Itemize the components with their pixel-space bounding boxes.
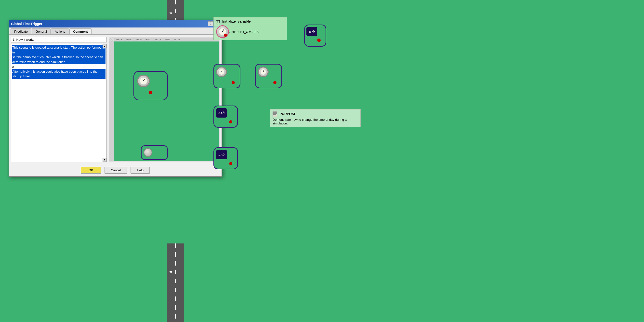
ruler-tick-5: -6775 [155,38,161,41]
ruler-tick-4: -6800 [146,38,151,41]
canvas-clock-node-mid-right[interactable] [255,64,282,88]
ruler-horizontal: -6875 -6850 -6825 -6800 -6775 -6750 -672… [114,38,219,42]
ruler-tick-6: -6750 [164,38,170,41]
clock-icon-mid-left [216,66,227,77]
comment-textarea-container: ▲ This scenario is created at scenario s… [11,44,107,162]
tab-actions[interactable]: Actions [51,28,69,34]
clock-mid-left-red-dot [232,81,235,84]
tt-init-title: TT_Initialize_variable [216,20,284,23]
tab-comment[interactable]: Comment [70,28,92,34]
purpose-title: PURPOSE: [280,112,297,116]
selected-text-4: Alternatively this action could also hav… [12,69,106,79]
ruler-tick-2: -6850 [126,38,132,41]
tt-init-action-label: Action: init_CYCLES [230,30,258,34]
help-button[interactable]: Help [130,167,150,174]
clock-face [140,77,148,85]
map-large-trigger-node[interactable] [134,71,168,100]
scroll-down-button[interactable]: ▼ [102,158,106,162]
purpose-icon [272,112,277,117]
selected-text-2: set the demo event counter which is trac… [12,55,106,60]
ok-button[interactable]: OK [81,167,101,174]
map-preview-panel: -6875 -6850 -6825 -6800 -6775 -6750 -672… [109,37,220,162]
dialog-footer: OK Cancel Help [9,164,222,176]
dialog-titlebar: Global TimeTrigger ? ✕ [9,20,222,28]
purpose-text: Demonstrate how to change the time of da… [272,118,358,125]
ab-icon-1: a>b [306,27,317,36]
map-content-area [114,42,219,161]
dialog-body: ▲ This scenario is created at scenario s… [9,35,222,164]
comment-number-input[interactable] [11,37,107,42]
tab-predicate[interactable]: Predicate [10,28,32,34]
canvas-ab-node-bottom[interactable]: a>b [214,147,238,169]
road-marking-v-bottom [175,244,176,322]
tt-init-red-dot [224,34,227,37]
ruler-vertical [110,42,114,161]
map-small-trigger-node-bottom[interactable] [141,145,168,160]
clock-icon-mid-right [258,66,269,77]
canvas-ab-node-topright[interactable]: a>b [304,24,326,47]
ab-bottom-red-dot [229,162,232,165]
road-label-bottom: F [169,271,172,273]
purpose-box: PURPOSE: Demonstrate how to change the t… [270,109,361,128]
help-button-titlebar[interactable]: ? [208,21,213,26]
tab-general[interactable]: General [32,28,50,34]
ruler-tick-1: -6875 [116,38,122,41]
tt-initialize-box: TT_Initialize_variable Action: init_CYCL… [214,17,287,40]
comment-panel: ▲ This scenario is created at scenario s… [11,37,107,162]
road-label-top: F [169,12,172,14]
ruler-tick-7: -6725 [174,38,180,41]
canvas-ab-node-mid-left[interactable]: a>b [214,106,238,128]
ab-node-red-dot-1 [317,38,321,42]
ab-icon-2: a>b [216,108,227,118]
comment-text-area[interactable]: This scenario is created at scenario sta… [11,44,106,162]
dialog-window: Global TimeTrigger ? ✕ Predicate General… [8,20,222,177]
normal-text-1: // [12,64,106,69]
clock-mid-right-red-dot [273,81,276,84]
map-clock-icon [137,74,150,87]
ruler-tick-3: -6825 [136,38,142,41]
canvas-clock-node-mid-left[interactable] [214,64,240,88]
small-clock-icon-2 [144,148,152,157]
ab-mid-left-red-dot [229,120,232,124]
tt-init-inner: Action: init_CYCLES [216,25,284,38]
selected-text-3: determine when to end the simulation. [12,60,106,64]
cancel-button[interactable]: Cancel [104,167,127,174]
map-node-red-dot [149,91,152,94]
scroll-up-button[interactable]: ▲ [102,44,106,48]
selected-text-1: This scenario is created at scenario sta… [12,45,106,55]
cursor-line [12,79,106,84]
dialog-title: Global TimeTrigger [11,22,42,26]
tab-bar: Predicate General Actions Comment [9,28,222,35]
tt-init-clock-icon [216,25,229,38]
ruler-corner [110,38,114,42]
ab-icon-3: a>b [216,150,227,159]
